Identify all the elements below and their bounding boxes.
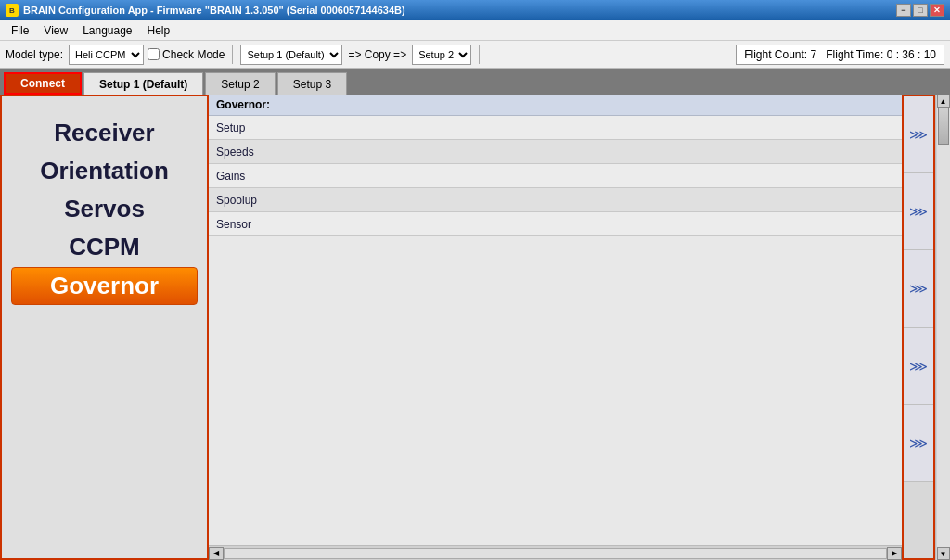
menu-bar: File View Language Help: [0, 20, 950, 41]
title-bar: B BRAIN Configuration App - Firmware "BR…: [0, 0, 950, 20]
scroll-track-horizontal[interactable]: [224, 548, 887, 559]
setup-source-select[interactable]: Setup 1 (Default): [240, 45, 342, 65]
expand-sensor-btn[interactable]: ⋙: [904, 405, 933, 482]
content-area: Governor: Setup Speeds Gains Spoolup: [209, 95, 950, 560]
tab-row: Connect Setup 1 (Default) Setup 2 Setup …: [0, 69, 950, 95]
section-header: Governor:: [209, 95, 902, 116]
toolbar-separator-2: [479, 45, 480, 64]
menu-language[interactable]: Language: [75, 22, 139, 39]
nav-orientation[interactable]: Orientation: [11, 153, 198, 189]
menu-file[interactable]: File: [4, 22, 36, 39]
menu-view[interactable]: View: [36, 22, 75, 39]
window-title: BRAIN Configuration App - Firmware "BRAI…: [23, 5, 896, 16]
table-row: Gains: [209, 164, 902, 188]
scroll-left-arrow[interactable]: ◀: [209, 547, 224, 560]
check-mode-label: Check Mode: [162, 48, 225, 61]
check-mode-wrapper: Check Mode: [148, 48, 225, 61]
main-content: Receiver Orientation Servos CCPM Governo…: [0, 95, 950, 560]
window-controls: − □ ✕: [896, 4, 944, 17]
scroll-thumb[interactable]: [938, 108, 949, 145]
toolbar: Model type: Heli CCPM Check Mode Setup 1…: [0, 41, 950, 69]
flight-time-value: 0 : 36 : 10: [887, 48, 936, 61]
expand-spoolup-btn[interactable]: ⋙: [904, 328, 933, 405]
maximize-button[interactable]: □: [913, 4, 928, 17]
expand-panel-empty: [904, 482, 933, 558]
vertical-scrollbar: ▲ ▼: [935, 95, 950, 560]
scroll-up-arrow[interactable]: ▲: [937, 95, 950, 108]
flight-count-value: 7: [811, 48, 817, 61]
minimize-button[interactable]: −: [896, 4, 911, 17]
row-gains-label: Gains: [209, 170, 902, 183]
model-type-select[interactable]: Heli CCPM: [69, 45, 144, 65]
table-row: Sensor: [209, 212, 902, 236]
scroll-right-arrow[interactable]: ▶: [887, 547, 902, 560]
tab-setup3[interactable]: Setup 3: [277, 72, 347, 95]
expand-setup-btn[interactable]: ⋙: [904, 96, 933, 173]
nav-receiver[interactable]: Receiver: [11, 115, 198, 151]
row-spoolup-label: Spoolup: [209, 194, 902, 207]
check-mode-checkbox[interactable]: [148, 48, 160, 60]
flight-count-box: Flight Count: 7 Flight Time: 0 : 36 : 10: [736, 45, 944, 65]
section-list: Setup Speeds Gains Spoolup Sensor: [209, 116, 902, 545]
row-setup-label: Setup: [209, 121, 902, 134]
expand-gains-btn[interactable]: ⋙: [904, 250, 933, 327]
row-speeds-label: Speeds: [209, 146, 902, 159]
copy-arrow-label: => Copy =>: [348, 48, 406, 61]
tab-connect[interactable]: Connect: [4, 72, 82, 95]
nav-ccpm[interactable]: CCPM: [11, 229, 198, 265]
flight-count-label: Flight Count:: [744, 48, 807, 61]
scroll-down-arrow[interactable]: ▼: [937, 547, 950, 560]
nav-governor[interactable]: Governor: [11, 267, 198, 305]
expand-speeds-btn[interactable]: ⋙: [904, 173, 933, 250]
nav-servos[interactable]: Servos: [11, 191, 198, 227]
flight-info: Flight Count: 7 Flight Time: 0 : 36 : 10: [736, 45, 944, 65]
tab-setup2[interactable]: Setup 2: [205, 72, 275, 95]
setup-dest-select[interactable]: Setup 2: [412, 45, 471, 65]
table-row: Setup: [209, 116, 902, 140]
close-button[interactable]: ✕: [930, 4, 944, 17]
bottom-scrollbar: ◀ ▶: [209, 545, 902, 560]
scroll-track-vertical[interactable]: [937, 108, 950, 547]
row-sensor-label: Sensor: [209, 218, 902, 231]
toolbar-separator-1: [232, 45, 233, 64]
expand-btn-panel: ⋙ ⋙ ⋙ ⋙ ⋙: [902, 95, 935, 560]
table-row: Speeds: [209, 140, 902, 164]
app-icon: B: [6, 4, 19, 17]
right-panel: Governor: Setup Speeds Gains Spoolup: [209, 95, 950, 560]
left-nav: Receiver Orientation Servos CCPM Governo…: [0, 95, 209, 560]
flight-time-label: Flight Time:: [826, 48, 883, 61]
center-panel: Governor: Setup Speeds Gains Spoolup: [209, 95, 902, 560]
table-row: Spoolup: [209, 188, 902, 212]
empty-area: [209, 236, 902, 545]
tab-setup1[interactable]: Setup 1 (Default): [83, 72, 203, 95]
menu-help[interactable]: Help: [140, 22, 178, 39]
model-type-label: Model type:: [6, 48, 63, 61]
